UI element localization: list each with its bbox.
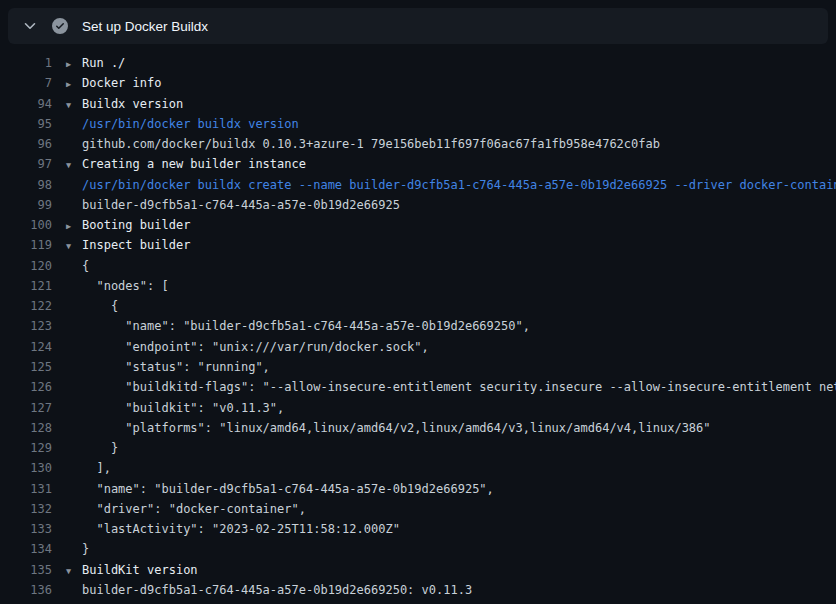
- line-number[interactable]: 100: [0, 215, 52, 235]
- log-line-text: github.com/docker/buildx 0.10.3+azure-1 …: [82, 137, 660, 151]
- log-line: 123 "name": "builder-d9cfb5a1-c764-445a-…: [0, 316, 836, 336]
- log-line-text: builder-d9cfb5a1-c764-445a-a57e-0b19d2e6…: [82, 198, 400, 212]
- log-line[interactable]: 1 ▶Run ./: [0, 53, 836, 73]
- group-collapse-icon[interactable]: ▼: [66, 561, 82, 580]
- group-collapse-icon[interactable]: ▼: [66, 155, 82, 174]
- log-line-text: {: [82, 259, 89, 273]
- log-line-text: "nodes": [: [82, 279, 169, 293]
- line-number[interactable]: 124: [0, 337, 52, 357]
- log-line-text: "platforms": "linux/amd64,linux/amd64/v2…: [82, 421, 711, 435]
- line-number[interactable]: 123: [0, 316, 52, 336]
- log-line-text: }: [82, 441, 118, 455]
- log-line: 132 "driver": "docker-container",: [0, 499, 836, 519]
- line-number[interactable]: 98: [0, 175, 52, 195]
- log-line-text: "name": "builder-d9cfb5a1-c764-445a-a57e…: [82, 319, 530, 333]
- log-line[interactable]: 100 ▶Booting builder: [0, 215, 836, 235]
- log-line-text: {: [82, 299, 118, 313]
- log-line-text: Docker info: [82, 76, 161, 90]
- log-line-text: Booting builder: [82, 218, 190, 232]
- log-line[interactable]: 94 ▼Buildx version: [0, 94, 836, 114]
- line-number[interactable]: 94: [0, 94, 52, 114]
- log-line[interactable]: 119 ▼Inspect builder: [0, 235, 836, 255]
- log-line: 99 builder-d9cfb5a1-c764-445a-a57e-0b19d…: [0, 195, 836, 215]
- line-number[interactable]: 97: [0, 154, 52, 174]
- log-line: 127 "buildkit": "v0.11.3",: [0, 398, 836, 418]
- group-collapse-icon[interactable]: ▼: [66, 95, 82, 114]
- log-line-text: "buildkit": "v0.11.3",: [82, 401, 284, 415]
- log-line[interactable]: 135 ▼BuildKit version: [0, 560, 836, 580]
- line-number[interactable]: 130: [0, 458, 52, 478]
- group-expand-icon[interactable]: ▶: [66, 216, 82, 235]
- group-collapse-icon[interactable]: ▼: [66, 236, 82, 255]
- log-line: 95 /usr/bin/docker buildx version: [0, 114, 836, 134]
- log-line: 122 {: [0, 296, 836, 316]
- line-number[interactable]: 132: [0, 499, 52, 519]
- step-header[interactable]: Set up Docker Buildx: [8, 8, 828, 44]
- line-number[interactable]: 7: [0, 73, 52, 93]
- line-number[interactable]: 119: [0, 235, 52, 255]
- line-number[interactable]: 96: [0, 134, 52, 154]
- log-line[interactable]: 97 ▼Creating a new builder instance: [0, 154, 836, 174]
- line-number[interactable]: 95: [0, 114, 52, 134]
- log-line-text: BuildKit version: [82, 563, 198, 577]
- log-line-text: "name": "builder-d9cfb5a1-c764-445a-a57e…: [82, 482, 494, 496]
- line-number[interactable]: 120: [0, 256, 52, 276]
- log-line-text: "lastActivity": "2023-02-25T11:58:12.000…: [82, 522, 400, 536]
- group-expand-icon[interactable]: ▶: [66, 74, 82, 93]
- log-line: 120 {: [0, 256, 836, 276]
- line-number[interactable]: 134: [0, 539, 52, 559]
- log-line: 130 ],: [0, 458, 836, 478]
- log-line: 126 "buildkitd-flags": "--allow-insecure…: [0, 377, 836, 397]
- step-title: Set up Docker Buildx: [82, 19, 208, 34]
- line-number[interactable]: 99: [0, 195, 52, 215]
- line-number[interactable]: 122: [0, 296, 52, 316]
- log-line-text: "status": "running",: [82, 360, 270, 374]
- log-line: 136 builder-d9cfb5a1-c764-445a-a57e-0b19…: [0, 580, 836, 600]
- line-number[interactable]: 1: [0, 53, 52, 73]
- log-line-text: ],: [82, 461, 111, 475]
- line-number[interactable]: 129: [0, 438, 52, 458]
- log-line: 128 "platforms": "linux/amd64,linux/amd6…: [0, 418, 836, 438]
- chevron-down-icon[interactable]: [22, 18, 38, 34]
- line-number[interactable]: 127: [0, 398, 52, 418]
- log-line-text: Inspect builder: [82, 238, 190, 252]
- log-line-text: "endpoint": "unix:///var/run/docker.sock…: [82, 340, 429, 354]
- line-number[interactable]: 136: [0, 580, 52, 600]
- line-number[interactable]: 121: [0, 276, 52, 296]
- line-number[interactable]: 135: [0, 560, 52, 580]
- check-circle-icon: [52, 18, 68, 34]
- log-line: 96 github.com/docker/buildx 0.10.3+azure…: [0, 134, 836, 154]
- line-number[interactable]: 128: [0, 418, 52, 438]
- log-line[interactable]: 7 ▶Docker info: [0, 73, 836, 93]
- log-line-text: "buildkitd-flags": "--allow-insecure-ent…: [82, 380, 836, 394]
- log-line: 125 "status": "running",: [0, 357, 836, 377]
- log-line: 98 /usr/bin/docker buildx create --name …: [0, 175, 836, 195]
- log-line-text: /usr/bin/docker buildx version: [82, 117, 299, 131]
- log-line-text: builder-d9cfb5a1-c764-445a-a57e-0b19d2e6…: [82, 583, 472, 597]
- log-line: 124 "endpoint": "unix:///var/run/docker.…: [0, 337, 836, 357]
- group-expand-icon[interactable]: ▶: [66, 54, 82, 73]
- log-line: 134 }: [0, 539, 836, 559]
- log-line-text: Buildx version: [82, 97, 183, 111]
- log-line: 121 "nodes": [: [0, 276, 836, 296]
- log-line: 129 }: [0, 438, 836, 458]
- log-line-text: /usr/bin/docker buildx create --name bui…: [82, 178, 836, 192]
- line-number[interactable]: 131: [0, 479, 52, 499]
- log-lines: 1 ▶Run ./ 7 ▶Docker info 94 ▼Buildx vers…: [0, 44, 836, 600]
- log-line: 133 "lastActivity": "2023-02-25T11:58:12…: [0, 519, 836, 539]
- log-line-text: Creating a new builder instance: [82, 157, 306, 171]
- line-number[interactable]: 126: [0, 377, 52, 397]
- log-line: 131 "name": "builder-d9cfb5a1-c764-445a-…: [0, 479, 836, 499]
- log-line-text: }: [82, 542, 89, 556]
- log-line-text: Run ./: [82, 56, 125, 70]
- line-number[interactable]: 133: [0, 519, 52, 539]
- line-number[interactable]: 125: [0, 357, 52, 377]
- log-line-text: "driver": "docker-container",: [82, 502, 306, 516]
